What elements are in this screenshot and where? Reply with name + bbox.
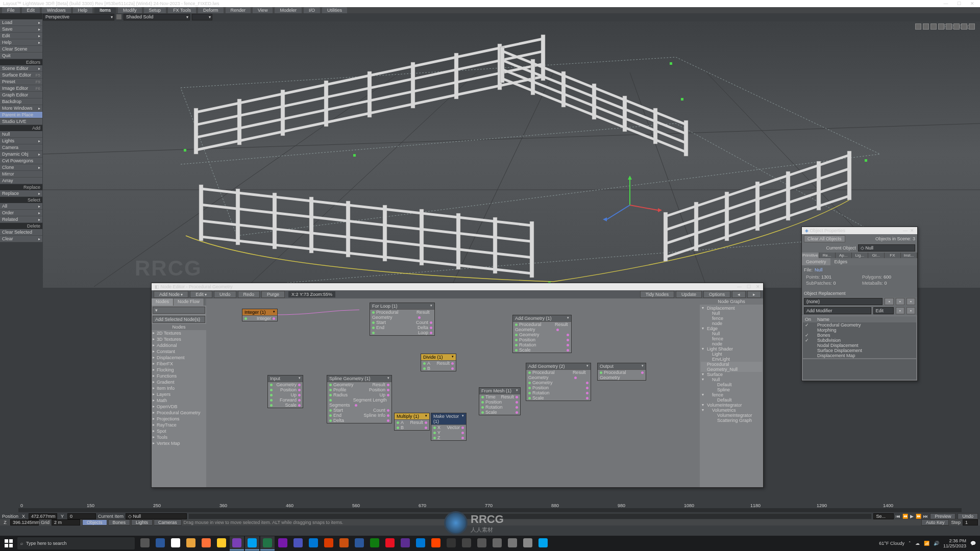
sidebar-item-replace[interactable]: Replace▸ xyxy=(0,190,42,197)
menu-utilities[interactable]: Utilities xyxy=(322,7,347,13)
taskbar-search[interactable]: ⌕ Type here to search xyxy=(17,537,135,549)
taskbar-app[interactable] xyxy=(505,536,520,550)
objprop-tab[interactable]: Ap... xyxy=(836,253,852,258)
taskbar-app[interactable] xyxy=(184,536,198,550)
tray-cloud-icon[interactable]: ☁ xyxy=(915,541,920,546)
objrepl-dropdown[interactable]: (none) xyxy=(804,298,883,305)
close-icon[interactable]: ✕ xyxy=(968,1,977,6)
tree-item[interactable]: VolumeIntegrator xyxy=(701,403,762,408)
menu-items[interactable]: Items xyxy=(94,7,116,13)
taskbar-app[interactable] xyxy=(337,536,351,550)
ne-btn-undo[interactable]: Undo xyxy=(214,291,236,298)
node-category[interactable]: OpenVDB xyxy=(152,404,206,410)
modifier-row[interactable]: ✓Bones xyxy=(803,333,916,338)
node-forloop[interactable]: For Loop (1)Procedural GeometryResultSta… xyxy=(370,303,435,336)
current-object-dropdown[interactable]: ◇ Null xyxy=(858,244,915,252)
pos-y[interactable]: 0 xyxy=(67,513,96,519)
objprop-tab[interactable]: FX xyxy=(885,253,901,258)
nav-left-icon[interactable]: ◂ xyxy=(732,291,746,298)
edit-dropdown[interactable]: Edit xyxy=(873,307,894,314)
node-spline[interactable]: Spline Geometry (1)GeometryResultProfile… xyxy=(327,375,392,423)
node-category[interactable]: Tools xyxy=(152,434,206,440)
subtab-geometry[interactable]: Geometry xyxy=(802,258,830,265)
taskbar-clock[interactable]: 2:36 PM11/25/2023 xyxy=(943,538,966,548)
tray-vol-icon[interactable]: 🔊 xyxy=(934,541,939,546)
objprop-tab[interactable]: Inst... xyxy=(901,253,917,258)
sidebar-item-clear[interactable]: Clear▸ xyxy=(0,236,42,242)
node-category[interactable]: RayTrace xyxy=(152,422,206,428)
tree-item[interactable]: EnvLight xyxy=(701,357,762,362)
transport-last-icon[interactable]: ⏭ xyxy=(923,514,928,519)
node-category[interactable]: Flocking xyxy=(152,367,206,373)
node-category[interactable]: 2D Textures xyxy=(152,330,206,336)
ne-btn-tidy-nodes[interactable]: Tidy Nodes xyxy=(640,291,674,298)
tab-nodeflow[interactable]: Node Flow xyxy=(174,298,204,306)
mode-lights[interactable]: Lights xyxy=(131,519,153,525)
sidebar-item-edit[interactable]: Edit▸ xyxy=(0,33,42,39)
autokey-button[interactable]: Auto Key xyxy=(921,519,949,525)
node-category[interactable]: Item Info xyxy=(152,385,206,391)
sidebar-item-clear-selected[interactable]: Clear Selected xyxy=(0,229,42,236)
sidebar-item-related[interactable]: Related▸ xyxy=(0,216,42,223)
transport-next-icon[interactable]: ⏩ xyxy=(916,514,921,519)
object-properties-window[interactable]: ◈ Object Properties — ✕ Clear All Object… xyxy=(801,227,918,381)
tree-item[interactable]: fence xyxy=(701,316,762,321)
node-category[interactable]: Procedural Geometry xyxy=(152,410,206,416)
tray-up-icon[interactable]: ˄ xyxy=(909,541,911,546)
menu-fx tools[interactable]: FX Tools xyxy=(168,7,196,13)
tree-item[interactable]: fence xyxy=(701,392,762,397)
node-category[interactable]: Projections xyxy=(152,416,206,422)
view-mode-dropdown[interactable]: Perspective xyxy=(43,14,114,20)
taskbar-app[interactable] xyxy=(459,536,474,550)
node-divide[interactable]: Divide (1)AResultB xyxy=(421,354,456,371)
addmod-dropdown[interactable]: Add Modifier xyxy=(804,307,871,314)
node-integer[interactable]: Integer (1)Integer xyxy=(242,309,278,321)
subtab-edges[interactable]: Edges xyxy=(830,258,852,265)
tree-item[interactable]: Volumetrics xyxy=(701,408,762,413)
taskbar-app[interactable] xyxy=(383,536,397,550)
tree-item[interactable]: Default xyxy=(701,382,762,387)
clear-all-button[interactable]: Clear All Objects xyxy=(804,235,845,242)
maximize-icon[interactable]: ☐ xyxy=(954,1,964,6)
node-frommesh[interactable]: From Mesh (1)TimeResultPositionRotationS… xyxy=(479,387,521,415)
extra-view-dropdown[interactable] xyxy=(192,14,212,20)
ne-btn-purge[interactable]: Purge xyxy=(261,291,285,298)
tree-item[interactable]: Null xyxy=(701,331,762,336)
start-button[interactable] xyxy=(0,536,17,551)
menu-render[interactable]: Render xyxy=(226,7,251,13)
menu-windows[interactable]: Windows xyxy=(42,7,71,13)
sidebar-item-array[interactable]: Array xyxy=(0,178,42,184)
tree-item[interactable]: Null xyxy=(701,377,762,382)
menu-file[interactable]: File xyxy=(2,7,20,13)
vp-icon[interactable] xyxy=(953,23,960,30)
tab-nodes[interactable]: Nodes xyxy=(152,298,174,306)
tree-item[interactable]: VolumeIntegrator xyxy=(701,413,762,418)
view-icon[interactable] xyxy=(116,14,121,19)
tree-item[interactable]: Spline xyxy=(701,387,762,392)
taskbar-app[interactable] xyxy=(230,536,244,550)
timeline-track[interactable] xyxy=(18,508,962,512)
menu-modeler[interactable]: Modeler xyxy=(275,7,302,13)
taskbar-app[interactable] xyxy=(168,536,183,550)
close-icon[interactable]: ✕ xyxy=(910,228,914,233)
objrepl-opt3[interactable]: ▪ xyxy=(906,298,915,305)
node-addgeo1[interactable]: Add Geometry (1)Procedural GeometryResul… xyxy=(512,315,572,353)
timeline-scrub[interactable] xyxy=(189,514,871,519)
vp-icon[interactable] xyxy=(946,23,952,30)
set-button[interactable]: Se... xyxy=(873,513,894,519)
tree-item[interactable]: node xyxy=(701,341,762,346)
minimize-icon[interactable]: — xyxy=(941,1,950,6)
node-makevec[interactable]: Make Vector (1)XVectorYZ xyxy=(431,413,467,441)
node-category[interactable]: Constant xyxy=(152,348,206,355)
weather-widget[interactable]: 61°F Cloudy xyxy=(879,541,904,546)
transport-first-icon[interactable]: ⏮ xyxy=(896,514,900,519)
tree-item[interactable]: Null xyxy=(701,311,762,316)
modifier-row[interactable]: ✓Subdivision xyxy=(803,338,916,343)
step-value[interactable]: 1 xyxy=(963,519,978,525)
sidebar-item-scene-editor[interactable]: Scene Editor▸ xyxy=(0,65,42,72)
sidebar-item-backdrop[interactable]: Backdrop xyxy=(0,98,42,105)
taskbar-app[interactable] xyxy=(322,536,336,550)
node-multiply[interactable]: Multiply (1)AResultB xyxy=(394,413,430,431)
mod-opt1[interactable]: ▪ xyxy=(896,307,904,314)
vp-icon[interactable] xyxy=(969,23,975,30)
